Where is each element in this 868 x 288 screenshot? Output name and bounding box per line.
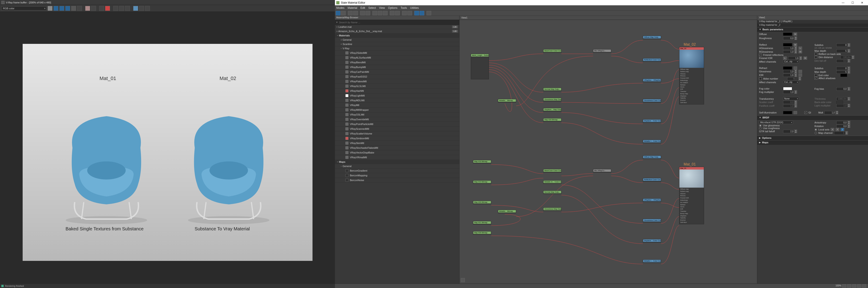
node-mix[interactable]: Mix VRayCo...: [593, 49, 611, 53]
node-metallic[interactable]: Metallic... Bitmap: [498, 99, 516, 102]
dim-dist-cb[interactable]: [814, 56, 817, 59]
node-map-ht[interactable]: Map #28 Bitmap: [473, 231, 491, 235]
minimize-button[interactable]: —: [839, 0, 848, 5]
output-slot[interactable]: Diffuse map: [680, 188, 703, 190]
menu-select[interactable]: Select: [368, 6, 376, 9]
output-slot[interactable]: Gloss: [680, 86, 703, 88]
output-slot[interactable]: An.rotation: [680, 202, 703, 204]
glossiness-input[interactable]: [783, 70, 795, 73]
color-mode-dropdown[interactable]: RGB color: [1, 6, 46, 10]
section-scanline[interactable]: + Scanline: [335, 42, 459, 46]
output-slot[interactable]: Fresnel IOR: [680, 77, 703, 79]
node-diffuse-out[interactable]: Diffuse Map Outp...: [643, 36, 661, 39]
remove-mat-btn[interactable]: [353, 11, 358, 15]
node-displace[interactable]: Displace... Map Outp...: [543, 108, 561, 111]
output-slot[interactable]: Transluc: [680, 91, 703, 93]
ior-map-btn[interactable]: [799, 73, 802, 77]
output-slot[interactable]: Fresnel IOR: [680, 197, 703, 199]
local-axis-radio[interactable]: [814, 129, 817, 131]
menu-material[interactable]: Material: [348, 6, 358, 9]
channel-r-btn[interactable]: [54, 6, 58, 11]
hgloss-lock[interactable]: L: [799, 46, 802, 50]
material-item[interactable]: VRayOverrideMtl: [335, 117, 459, 122]
menu-view[interactable]: View: [379, 6, 385, 9]
search-input[interactable]: [339, 21, 458, 24]
select-tool[interactable]: [336, 11, 340, 15]
aniso-input[interactable]: [836, 121, 848, 124]
fresnel-map-btn[interactable]: M: [803, 57, 807, 60]
material-item[interactable]: VRayVectorDisplBake: [335, 150, 459, 155]
scatter-input[interactable]: [783, 101, 795, 104]
material-item[interactable]: VRayScatterVolume: [335, 131, 459, 136]
navigator-btn[interactable]: [427, 11, 431, 15]
exit-color[interactable]: [840, 74, 847, 77]
channel-g-btn[interactable]: [59, 6, 64, 11]
material-item[interactable]: VRayGLSLMtl: [335, 84, 459, 88]
node-disp-cc[interactable]: Displace... Color Cor...: [643, 119, 661, 123]
material-item[interactable]: VRayOSLMtl: [335, 112, 459, 117]
material-item[interactable]: VRayMtl: [335, 103, 459, 108]
lib-amazon-echo[interactable]: + Amazon_Echo_&_Echo_Dot__vray.mat LIB: [335, 29, 459, 33]
exit-color-cb[interactable]: [814, 74, 817, 77]
thickness-input[interactable]: [836, 97, 848, 101]
node-disp-cc2[interactable]: Displace... Color Cor...: [643, 239, 661, 243]
hgloss-input[interactable]: [783, 46, 795, 50]
track-mouse-btn[interactable]: [113, 6, 118, 11]
channel-alpha-btn[interactable]: [71, 6, 76, 11]
affect-ch-dd[interactable]: Col...nly: [783, 60, 799, 63]
search-dropdown-icon[interactable]: ▾: [336, 21, 338, 24]
pan-tool-icon[interactable]: [842, 284, 846, 288]
lightmult-input[interactable]: [836, 104, 848, 107]
node-met-inv2[interactable]: Metallic I... Color Cor...: [643, 259, 661, 263]
use-rough-radio[interactable]: [759, 127, 762, 130]
node-graph[interactable]: Mat_02 fabric_rough... Substance2 BaseCo…: [460, 20, 757, 284]
reflect-color[interactable]: [783, 43, 792, 46]
map-ch-radio[interactable]: [814, 132, 817, 134]
node-gloss-cc[interactable]: Glossiness Color Cor...: [643, 99, 661, 102]
save-btn[interactable]: [85, 6, 90, 11]
maxdepth-input[interactable]: [836, 49, 848, 53]
map-item[interactable]: BerconMapping: [335, 173, 459, 178]
show-map-btn[interactable]: [378, 11, 382, 15]
vfb-viewport[interactable]: Mat_01 Mat_02: [0, 12, 335, 284]
section-basic-params[interactable]: ▼Basic parameters: [757, 27, 868, 32]
output-slot[interactable]: An.rotation: [680, 82, 703, 84]
section-options[interactable]: ▶Options: [757, 136, 868, 140]
output-slot[interactable]: Anisotropy: [680, 199, 703, 202]
node-mat01-output[interactable]: Mat_01 Diffuse mapReflect.mapHGlossRGlos…: [679, 167, 704, 224]
node-basecolor[interactable]: BaseColor Color Cor...: [543, 49, 561, 53]
material-item[interactable]: VRayStochasticFlakesMtl: [335, 146, 459, 150]
axis-y[interactable]: Y: [836, 128, 839, 131]
menu-options[interactable]: Options: [388, 6, 397, 9]
node-normal-bump[interactable]: VRayNor... VRayNor...: [643, 79, 661, 82]
ior-input[interactable]: [783, 73, 795, 77]
backside-color[interactable]: [836, 101, 843, 104]
link-pdplayer-btn[interactable]: [125, 6, 130, 11]
move-children-btn[interactable]: [366, 11, 370, 15]
node-met-cc2[interactable]: Metallic In... Color Cor...: [543, 180, 561, 184]
output-slot[interactable]: Bump map: [680, 93, 703, 95]
region-btn[interactable]: [119, 6, 124, 11]
hide-unused-btn[interactable]: [373, 11, 377, 15]
output-slot[interactable]: IOR: [680, 88, 703, 91]
node-diffuse-out2[interactable]: Diffuse Map Outp...: [643, 155, 661, 159]
material-item[interactable]: VRayFastSSS2: [335, 74, 459, 79]
dim-falloff-input[interactable]: [836, 59, 848, 63]
select-by-mat-btn[interactable]: [407, 11, 412, 15]
maximize-button[interactable]: ☐: [848, 0, 857, 5]
lens-fx-btn[interactable]: [133, 6, 138, 11]
material-item[interactable]: VRayMtlWrapper: [335, 108, 459, 112]
output-slot[interactable]: HGloss: [680, 73, 703, 75]
material-item[interactable]: VRayBlendMtl: [335, 60, 459, 65]
selfmult-input[interactable]: [824, 111, 836, 114]
node-map19[interactable]: Map #19 Bitmap: [473, 180, 491, 184]
rgloss-input[interactable]: [783, 50, 795, 53]
lib-leather[interactable]: + Leather.mat LIB: [335, 25, 459, 29]
output-slot[interactable]: RGloss: [680, 75, 703, 77]
mapch-input[interactable]: [834, 131, 845, 135]
material-item[interactable]: VRaySimbiontMtl: [335, 136, 459, 141]
fog-color[interactable]: [783, 87, 792, 90]
show-end-btn[interactable]: [383, 11, 388, 15]
axis-x[interactable]: X: [831, 128, 834, 131]
gloss-map-btn[interactable]: [799, 70, 802, 73]
